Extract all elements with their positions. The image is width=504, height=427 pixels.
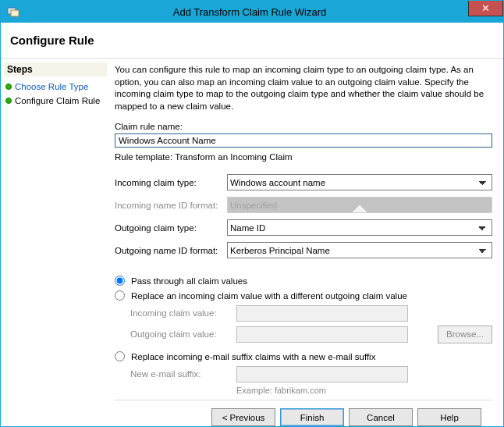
wizard-window: Add Transform Claim Rule Wizard ✕ Config… [0, 0, 504, 427]
outgoing-claim-value-input [236, 326, 408, 343]
app-icon [7, 5, 20, 18]
cancel-button[interactable]: Cancel [349, 408, 413, 426]
claim-value-options: Pass through all claim values Replace an… [115, 271, 492, 395]
wizard-footer: < Previous Finish Cancel Help [115, 400, 492, 426]
step-label: Choose Rule Type [15, 82, 88, 91]
email-suffix-example: Example: fabrikam.com [236, 386, 492, 395]
incoming-name-id-format-row: Incoming name ID format: Unspecified [115, 197, 492, 213]
new-email-suffix-label: New e-mail suffix: [130, 369, 232, 379]
steps-heading: Steps [4, 62, 107, 77]
option-replace-suffix[interactable]: Replace incoming e-mail suffix claims wi… [115, 351, 492, 361]
incoming-name-id-format-label: Incoming name ID format: [115, 201, 224, 210]
step-choose-rule-type[interactable]: Choose Rule Type [4, 80, 107, 94]
new-email-suffix-input [236, 366, 408, 383]
radio-replace-value[interactable] [115, 290, 125, 301]
step-configure-claim-rule[interactable]: Configure Claim Rule [4, 94, 107, 108]
window-title: Add Transform Claim Rule Wizard [20, 6, 503, 18]
previous-button[interactable]: < Previous [211, 408, 275, 426]
close-button[interactable]: ✕ [468, 1, 503, 16]
incoming-claim-value-label: Incoming claim value: [130, 308, 232, 318]
body: Steps Choose Rule Type Configure Claim R… [1, 59, 503, 426]
main-panel: You can configure this rule to map an in… [110, 59, 503, 426]
outgoing-name-id-format-select[interactable]: Kerberos Principal Name [227, 242, 492, 258]
outgoing-name-id-format-label: Outgoing name ID format: [115, 246, 224, 255]
radio-label: Replace an incoming claim value with a d… [131, 291, 407, 301]
incoming-claim-type-row: Incoming claim type: Windows account nam… [115, 174, 492, 190]
outgoing-claim-type-label: Outgoing claim type: [115, 223, 224, 233]
page-title: Configure Rule [10, 34, 494, 47]
browse-button: Browse... [438, 326, 492, 343]
step-bullet-icon [5, 98, 12, 104]
new-email-suffix-row: New e-mail suffix: [130, 365, 492, 383]
step-bullet-icon [5, 84, 12, 90]
help-button[interactable]: Help [417, 408, 481, 426]
option-pass-through[interactable]: Pass through all claim values [115, 276, 492, 286]
radio-pass-through[interactable] [115, 276, 125, 286]
incoming-name-id-format-select: Unspecified [227, 197, 492, 213]
radio-label: Pass through all claim values [131, 276, 247, 286]
incoming-claim-value-row: Incoming claim value: [130, 304, 492, 322]
step-label: Configure Claim Rule [15, 96, 100, 105]
radio-replace-suffix[interactable] [115, 351, 125, 361]
svg-rect-1 [11, 10, 19, 16]
incoming-claim-type-label: Incoming claim type: [115, 178, 224, 187]
steps-sidebar: Steps Choose Rule Type Configure Claim R… [1, 59, 110, 426]
finish-button[interactable]: Finish [280, 408, 344, 426]
claim-rule-name-input[interactable] [115, 133, 492, 148]
option-replace-value[interactable]: Replace an incoming claim value with a d… [115, 290, 492, 301]
outgoing-claim-value-label: Outgoing claim value: [130, 329, 232, 339]
outgoing-claim-type-row: Outgoing claim type: Name ID [115, 219, 492, 236]
close-icon: ✕ [481, 2, 490, 14]
outgoing-name-id-format-row: Outgoing name ID format: Kerberos Princi… [115, 242, 492, 258]
outgoing-claim-type-select[interactable]: Name ID [227, 219, 492, 236]
radio-label: Replace incoming e-mail suffix claims wi… [131, 352, 375, 361]
page-header: Configure Rule [1, 23, 503, 59]
claim-rule-name-label: Claim rule name: [115, 122, 492, 131]
outgoing-claim-value-row: Outgoing claim value: Browse... [130, 325, 492, 343]
incoming-claim-value-input [236, 305, 408, 322]
rule-template-label: Rule template: Transform an Incoming Cla… [115, 152, 492, 162]
incoming-claim-type-select[interactable]: Windows account name [227, 174, 492, 190]
intro-text: You can configure this rule to map an in… [115, 64, 492, 112]
titlebar: Add Transform Claim Rule Wizard ✕ [1, 1, 503, 23]
